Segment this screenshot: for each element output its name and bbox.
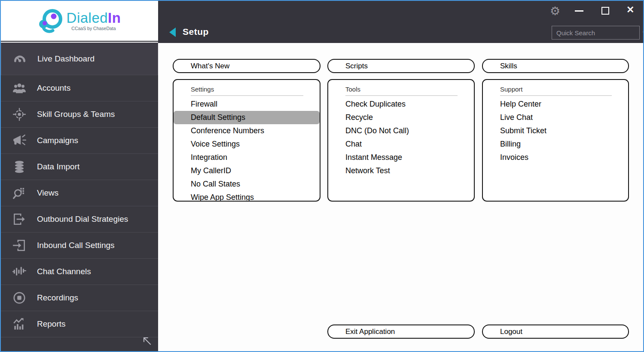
- list-item-live-chat[interactable]: Live Chat: [483, 111, 628, 124]
- users-icon: [12, 81, 27, 95]
- support-list: Help Center Live Chat Submit Ticket Bill…: [483, 98, 628, 164]
- list-item-my-callerid[interactable]: My CallerID: [174, 164, 320, 178]
- settings-list: Firewall Default Settings Conference Num…: [174, 98, 320, 202]
- arrow-in-icon: [12, 238, 27, 253]
- sidebar-item-label: Reports: [37, 319, 66, 329]
- logo-wordmark: DialedIn: [67, 11, 121, 25]
- sidebar-item-reports[interactable]: Reports: [1, 311, 158, 337]
- exit-application-button[interactable]: Exit Application: [327, 324, 475, 339]
- logo-subtitle: CCaaS by ChaseData: [71, 26, 116, 31]
- list-item-check-duplicates[interactable]: Check Duplicates: [328, 98, 474, 111]
- main-content: What's New Scripts Skills Settings Firew…: [158, 43, 644, 352]
- search-icon[interactable]: [642, 28, 644, 37]
- list-item-instant-message[interactable]: Instant Message: [328, 151, 474, 164]
- scripts-button[interactable]: Scripts: [327, 59, 475, 73]
- sidebar-item-label: Data Import: [37, 162, 79, 171]
- list-item-billing[interactable]: Billing: [483, 138, 628, 151]
- sidebar-item-skill-groups-teams[interactable]: Skill Groups & Teams: [1, 101, 158, 128]
- close-button[interactable]: ✕: [626, 4, 634, 15]
- sidebar-item-views[interactable]: Views: [1, 180, 158, 206]
- list-item-dnc[interactable]: DNC (Do Not Call): [328, 124, 474, 138]
- list-item-integration[interactable]: Integration: [174, 151, 320, 164]
- sidebar-item-data-import[interactable]: Data Import: [1, 154, 158, 180]
- divider: [191, 95, 303, 96]
- back-arrow-icon[interactable]: [169, 28, 176, 37]
- skills-button[interactable]: Skills: [482, 59, 629, 73]
- sidebar-item-accounts[interactable]: Accounts: [1, 75, 158, 101]
- panel-title: Settings: [191, 86, 320, 93]
- list-item-network-test[interactable]: Network Test: [328, 164, 474, 178]
- gauge-icon: [12, 52, 27, 66]
- button-label: What's New: [191, 62, 229, 70]
- button-label: Exit Application: [345, 328, 395, 336]
- sidebar-item-live-dashboard[interactable]: Live Dashboard: [1, 43, 158, 75]
- list-item-invoices[interactable]: Invoices: [483, 151, 628, 164]
- divider: [500, 95, 612, 96]
- list-item-wipe-app-settings[interactable]: Wipe App Settings: [174, 191, 320, 202]
- tools-list: Check Duplicates Recycle DNC (Do Not Cal…: [328, 98, 474, 178]
- list-item-submit-ticket[interactable]: Submit Ticket: [483, 124, 628, 138]
- tools-panel: Tools Check Duplicates Recycle DNC (Do N…: [327, 79, 475, 202]
- database-icon: [12, 159, 27, 174]
- stop-circle-icon: [12, 291, 27, 305]
- sidebar-item-chat-channels[interactable]: Chat Channels: [1, 259, 158, 285]
- collapse-sidebar-icon[interactable]: [141, 335, 153, 347]
- quick-search-input[interactable]: [552, 29, 642, 37]
- quick-search-box: [552, 26, 640, 40]
- target-icon: [12, 107, 27, 122]
- minimize-button[interactable]: [575, 10, 583, 12]
- panel-title: Support: [500, 86, 628, 93]
- maximize-button[interactable]: [601, 7, 609, 15]
- list-item-conference-numbers[interactable]: Conference Numbers: [174, 124, 320, 138]
- list-item-chat[interactable]: Chat: [328, 138, 474, 151]
- waveform-icon: [12, 264, 27, 279]
- list-item-voice-settings[interactable]: Voice Settings: [174, 138, 320, 151]
- sidebar-item-label: Campaigns: [37, 136, 78, 145]
- button-label: Skills: [500, 62, 517, 70]
- panel-title: Tools: [345, 86, 474, 93]
- sidebar-item-label: Live Dashboard: [37, 54, 95, 64]
- magnifier-grid-icon: [12, 186, 27, 200]
- sidebar-item-campaigns[interactable]: Campaigns: [1, 128, 158, 154]
- list-item-no-call-states[interactable]: No Call States: [174, 178, 320, 191]
- whats-new-button[interactable]: What's New: [173, 59, 320, 73]
- sidebar-item-label: Views: [37, 188, 58, 198]
- sidebar-item-label: Outbound Dial Strategies: [37, 214, 128, 224]
- sidebar-item-outbound-dial-strategies[interactable]: Outbound Dial Strategies: [1, 206, 158, 233]
- logo-panel: DialedIn CCaaS by ChaseData: [1, 1, 158, 42]
- list-item-default-settings[interactable]: Default Settings: [174, 111, 320, 124]
- list-item-help-center[interactable]: Help Center: [483, 98, 628, 111]
- chart-icon: [12, 317, 27, 331]
- page-title: Setup: [183, 27, 209, 37]
- sidebar-item-label: Inbound Call Settings: [37, 241, 115, 250]
- sidebar-item-inbound-call-settings[interactable]: Inbound Call Settings: [1, 233, 158, 259]
- sidebar-item-label: Recordings: [37, 293, 78, 303]
- gear-icon[interactable]: ⚙: [550, 4, 560, 18]
- sidebar-item-label: Skill Groups & Teams: [37, 110, 115, 119]
- settings-panel: Settings Firewall Default Settings Confe…: [173, 79, 320, 202]
- list-item-firewall[interactable]: Firewall: [174, 98, 320, 111]
- list-item-recycle[interactable]: Recycle: [328, 111, 474, 124]
- sidebar-item-label: Accounts: [37, 83, 70, 93]
- sidebar-item-recordings[interactable]: Recordings: [1, 285, 158, 311]
- topbar: Setup ⚙ ✕: [158, 1, 644, 43]
- button-label: Scripts: [345, 62, 368, 70]
- sidebar-item-label: Chat Channels: [37, 267, 91, 276]
- arrow-out-icon: [12, 212, 27, 227]
- dialedin-logo-icon: [38, 7, 63, 35]
- support-panel: Support Help Center Live Chat Submit Tic…: [482, 79, 629, 202]
- button-label: Logout: [500, 328, 522, 336]
- logout-button[interactable]: Logout: [482, 324, 629, 339]
- divider: [345, 95, 458, 96]
- sidebar: Live Dashboard Accounts Skill Groups & T…: [1, 43, 158, 351]
- app-window: DialedIn CCaaS by ChaseData Live Dashboa…: [0, 0, 644, 352]
- megaphone-icon: [12, 133, 27, 148]
